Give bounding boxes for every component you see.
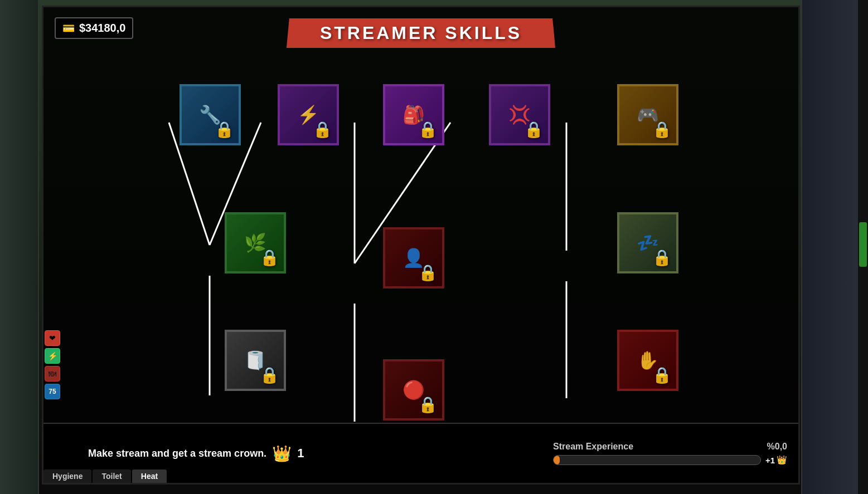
tab-toilet[interactable]: Toilet <box>93 469 130 483</box>
food-icon: 🍽 <box>45 366 60 381</box>
skill-node-node-1[interactable]: 🔧🔒 <box>180 84 241 145</box>
crown-icon: 👑 <box>272 444 292 463</box>
skill-node-node-8[interactable]: 💤🔒 <box>617 212 678 273</box>
exp-reward: +1 👑 <box>765 455 787 465</box>
lock-icon-node-11: 🔒 <box>652 366 672 384</box>
skill-node-node-10[interactable]: 🔴🔒 <box>383 359 444 420</box>
lock-icon-node-5: 🔒 <box>652 120 672 139</box>
water-level: 75 <box>45 384 60 399</box>
health-icon: ❤ <box>45 330 60 346</box>
lock-icon-node-9: 🔒 <box>260 366 279 384</box>
money-icon: 💳 <box>62 22 75 35</box>
exp-bar-container <box>553 455 761 465</box>
lock-icon-node-4: 🔒 <box>524 120 544 139</box>
tab-heat[interactable]: Heat <box>132 469 167 483</box>
status-message: Make stream and get a stream crown. 👑 1 <box>88 444 304 463</box>
skill-tree: 🔧🔒⚡🔒🎒🔒💢🔒🎮🔒🌿🔒👤🔒💤🔒🧻🔒🔴🔒✋🔒 <box>43 55 798 422</box>
lock-icon-node-7: 🔒 <box>418 263 438 282</box>
exp-label: Stream Experience <box>553 442 633 452</box>
lock-icon-node-1: 🔒 <box>215 120 234 139</box>
lock-icon-node-8: 🔒 <box>652 248 672 267</box>
skills-header: STREAMER SKILLS <box>287 18 555 48</box>
bottom-tabs: HygieneToiletHeat <box>43 469 167 483</box>
skill-node-node-2[interactable]: ⚡🔒 <box>278 84 339 145</box>
skill-node-node-9[interactable]: 🧻🔒 <box>225 330 286 391</box>
status-text: Make stream and get a stream crown. <box>88 448 266 459</box>
main-panel: STREAMER SKILLS 💳 $34180,0 🔧🔒⚡� <box>42 6 800 485</box>
tab-hygiene[interactable]: Hygiene <box>43 469 91 483</box>
money-value: $34180,0 <box>79 22 125 35</box>
skill-node-node-4[interactable]: 💢🔒 <box>489 84 550 145</box>
money-display: 💳 $34180,0 <box>55 17 133 39</box>
lock-icon-node-10: 🔒 <box>418 395 438 414</box>
exp-percent: %0,0 <box>767 442 787 452</box>
crown-count: 1 <box>297 446 304 461</box>
skill-node-node-11[interactable]: ✋🔒 <box>617 330 678 391</box>
scrollbar-thumb[interactable] <box>859 222 867 267</box>
lock-icon-node-6: 🔒 <box>260 248 279 267</box>
skill-node-node-3[interactable]: 🎒🔒 <box>383 84 444 145</box>
page-title: STREAMER SKILLS <box>320 23 522 43</box>
skill-node-node-6[interactable]: 🌿🔒 <box>225 212 286 273</box>
skill-node-node-7[interactable]: 👤🔒 <box>383 227 444 288</box>
exp-bar-fill <box>554 456 560 464</box>
left-sidebar-stats: ❤ ⚡ 🍽 75 <box>45 330 60 399</box>
experience-section: Stream Experience %0,0 +1 👑 <box>553 442 787 465</box>
skill-node-node-5[interactable]: 🎮🔒 <box>617 84 678 145</box>
energy-icon: ⚡ <box>45 348 60 364</box>
lock-icon-node-3: 🔒 <box>418 120 438 139</box>
lock-icon-node-2: 🔒 <box>313 120 332 139</box>
